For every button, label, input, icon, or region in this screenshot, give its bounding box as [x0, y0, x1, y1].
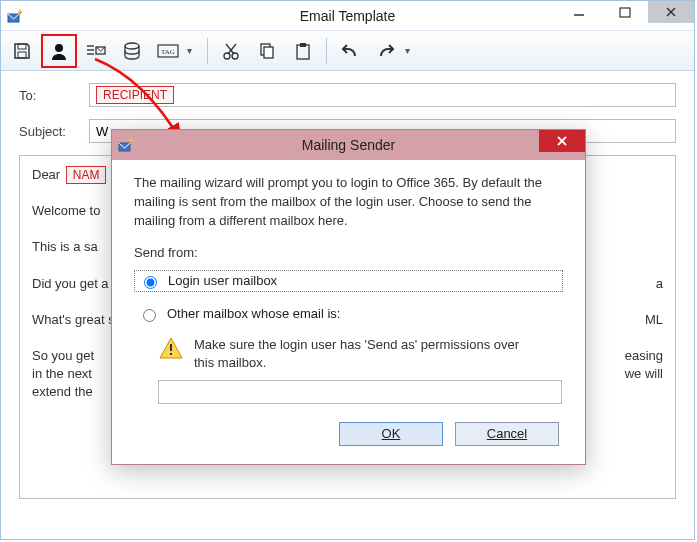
minimize-button[interactable]: [556, 1, 602, 23]
to-input[interactable]: RECIPIENT: [89, 83, 676, 107]
dialog-description: The mailing wizard will prompt you to lo…: [134, 174, 563, 231]
svg-text:TAG: TAG: [161, 48, 175, 56]
to-label: To:: [19, 88, 89, 103]
dialog-body: The mailing wizard will prompt you to lo…: [112, 160, 585, 464]
paste-button[interactable]: [286, 36, 320, 66]
svg-point-16: [232, 53, 238, 59]
radio-login-label: Login user mailbox: [168, 273, 277, 288]
radio-login-input[interactable]: [144, 276, 157, 289]
copy-button[interactable]: [250, 36, 284, 66]
warning-icon: [158, 336, 184, 360]
radio-other-label: Other mailbox whose email is:: [167, 306, 340, 321]
toolbar-separator-2: [326, 38, 327, 64]
radio-login-user-mailbox[interactable]: Login user mailbox: [134, 270, 563, 292]
svg-rect-2: [620, 8, 630, 17]
window-controls: [556, 1, 694, 23]
warning-block: Make sure the login user has 'Send as' p…: [158, 336, 563, 372]
mailing-sender-dialog: Mailing Sender The mailing wizard will p…: [111, 129, 586, 465]
send-options-button[interactable]: [79, 36, 113, 66]
send-from-label: Send from:: [134, 245, 563, 260]
subject-text: W: [96, 124, 108, 139]
svg-rect-26: [170, 344, 172, 351]
cancel-button[interactable]: Cancel: [455, 422, 559, 446]
radio-other-input[interactable]: [143, 309, 156, 322]
subject-label: Subject:: [19, 124, 89, 139]
svg-point-15: [224, 53, 230, 59]
toolbar-overflow-2[interactable]: ▾: [405, 45, 419, 56]
window-titlebar: Email Template: [1, 1, 694, 31]
database-button[interactable]: [115, 36, 149, 66]
dialog-title: Mailing Sender: [112, 137, 585, 153]
cut-button[interactable]: [214, 36, 248, 66]
svg-rect-21: [297, 45, 309, 59]
toolbar-overflow-1[interactable]: ▾: [187, 45, 201, 56]
undo-button[interactable]: [333, 36, 367, 66]
tag-button[interactable]: TAG: [151, 36, 185, 66]
greeting-prefix: Dear: [32, 167, 64, 182]
save-button[interactable]: [5, 36, 39, 66]
svg-rect-20: [264, 47, 273, 58]
dialog-titlebar: Mailing Sender: [112, 130, 585, 160]
toolbar: TAG ▾ ▾: [1, 31, 694, 71]
dialog-close-button[interactable]: [539, 130, 585, 152]
to-row: To: RECIPIENT: [19, 83, 676, 107]
warning-text: Make sure the login user has 'Send as' p…: [194, 336, 524, 372]
sender-button[interactable]: [41, 34, 77, 68]
recipient-token[interactable]: RECIPIENT: [96, 86, 174, 104]
name-token[interactable]: NAM: [66, 166, 107, 184]
radio-other-mailbox[interactable]: Other mailbox whose email is:: [134, 304, 563, 324]
close-button[interactable]: [648, 1, 694, 23]
app-icon: [7, 8, 23, 24]
email-template-window: Email Template TAG ▾: [0, 0, 695, 540]
svg-rect-27: [170, 353, 172, 355]
svg-rect-6: [18, 52, 26, 58]
maximize-button[interactable]: [602, 1, 648, 23]
other-mailbox-email-input[interactable]: [158, 380, 562, 404]
svg-rect-22: [300, 43, 306, 47]
toolbar-separator: [207, 38, 208, 64]
svg-point-12: [125, 43, 139, 49]
ok-button[interactable]: OK: [339, 422, 443, 446]
dialog-buttons: OK Cancel: [134, 422, 563, 450]
redo-button[interactable]: [369, 36, 403, 66]
svg-point-7: [55, 44, 63, 52]
